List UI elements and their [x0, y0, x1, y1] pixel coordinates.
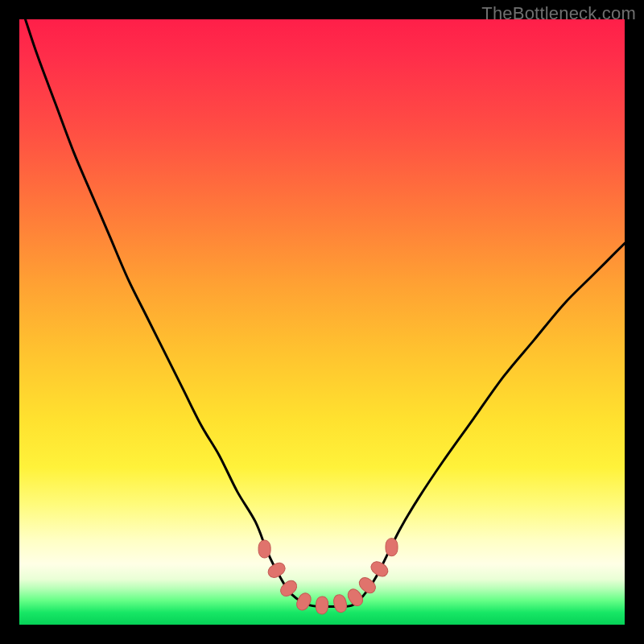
curve-layer: [19, 19, 625, 625]
watermark-text: TheBottleneck.com: [481, 3, 636, 24]
marker-dot: [316, 597, 328, 615]
marker-dot: [345, 587, 365, 609]
outer-frame: TheBottleneck.com: [0, 0, 644, 644]
marker-dot: [369, 559, 390, 579]
bottleneck-curve: [26, 19, 625, 607]
marker-dot: [295, 591, 313, 612]
marker-dot: [332, 593, 349, 613]
marker-dot: [266, 560, 287, 580]
curve-path: [26, 19, 625, 607]
marker-dot: [258, 540, 270, 558]
marker-dot: [386, 539, 398, 556]
